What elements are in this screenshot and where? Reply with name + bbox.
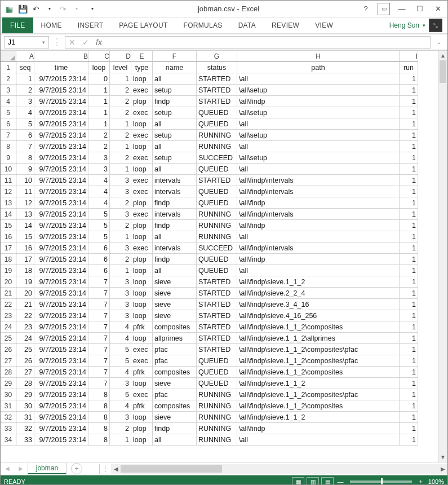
cell[interactable]: intervals	[153, 242, 197, 254]
sheet-nav-next-icon[interactable]: ►	[14, 465, 28, 473]
fx-icon[interactable]: fx	[92, 38, 105, 47]
cell[interactable]: 1	[400, 107, 418, 118]
cell[interactable]: 1	[400, 310, 418, 321]
cell[interactable]: QUEUED	[197, 254, 237, 265]
cell[interactable]: 5	[88, 209, 110, 220]
cell[interactable]: 1	[16, 73, 34, 85]
cell[interactable]: 22	[16, 310, 34, 321]
cell[interactable]: RUNNING	[197, 220, 237, 231]
name-box-dropdown-icon[interactable]: ▾	[42, 39, 45, 45]
cell[interactable]: 7	[16, 141, 34, 152]
cell[interactable]: 9	[16, 164, 34, 175]
cell[interactable]: 1	[400, 389, 418, 400]
cell[interactable]: STARTED	[197, 73, 237, 85]
cell[interactable]: 1	[400, 152, 418, 164]
cell[interactable]: 1	[110, 231, 131, 242]
cell[interactable]: \all	[237, 434, 400, 446]
cell[interactable]: 1	[400, 344, 418, 355]
ribbon-display-icon[interactable]: ▭	[378, 3, 390, 15]
cell[interactable]: 5	[16, 118, 34, 130]
cell[interactable]: 9/7/2015 23:14	[34, 400, 88, 412]
cell[interactable]: 1	[400, 242, 418, 254]
cell[interactable]: 2	[110, 197, 131, 209]
cell[interactable]: sieve	[153, 378, 197, 389]
cell[interactable]: QUEUED	[197, 355, 237, 367]
help-icon[interactable]: ?	[360, 3, 372, 15]
cell[interactable]: \all\findp\intervals	[237, 175, 400, 186]
row-header[interactable]: 8	[1, 141, 16, 152]
cell[interactable]: 33	[16, 434, 34, 446]
cell[interactable]: 9/7/2015 23:14	[34, 197, 88, 209]
vertical-scrollbar[interactable]: ▲ ▼	[438, 51, 447, 462]
cell[interactable]: time	[34, 62, 88, 73]
cell[interactable]: 19	[16, 276, 34, 288]
cell[interactable]: all	[153, 164, 197, 175]
cell[interactable]: QUEUED	[197, 164, 237, 175]
formula-bar[interactable]: ✕ ✓ fx	[65, 36, 431, 48]
cell[interactable]: 6	[88, 254, 110, 265]
cell[interactable]: RUNNING	[197, 434, 237, 446]
cell[interactable]: SUCCEED	[197, 242, 237, 254]
cell[interactable]: plop	[131, 220, 153, 231]
cell[interactable]: loop	[88, 62, 110, 73]
cell[interactable]: 7	[88, 321, 110, 333]
cell[interactable]: findp	[153, 254, 197, 265]
cell[interactable]: plop	[131, 254, 153, 265]
cell[interactable]: 5	[88, 231, 110, 242]
cell[interactable]: 9/7/2015 23:14	[34, 299, 88, 310]
cell[interactable]: \all\findp	[237, 96, 400, 107]
cell[interactable]: 1	[110, 265, 131, 276]
cell[interactable]: STARTED	[197, 333, 237, 344]
cell[interactable]: 1	[400, 254, 418, 265]
row-header[interactable]: 10	[1, 164, 16, 175]
cell[interactable]: 2	[110, 423, 131, 434]
cell[interactable]: 27	[16, 367, 34, 378]
cell[interactable]: STARTED	[197, 299, 237, 310]
qat-customize-icon[interactable]: ▾	[87, 4, 97, 14]
column-header[interactable]: F	[153, 51, 197, 62]
cell[interactable]: loop	[131, 310, 153, 321]
maximize-icon[interactable]: ☐	[414, 3, 426, 15]
cell[interactable]: 9/7/2015 23:14	[34, 423, 88, 434]
cell[interactable]: 26	[16, 355, 34, 367]
ribbon-tab-data[interactable]: DATA	[230, 17, 264, 33]
hscroll-thumb[interactable]	[121, 465, 222, 473]
cell[interactable]: exec	[131, 130, 153, 141]
column-header[interactable]: A	[16, 51, 34, 62]
horizontal-scrollbar[interactable]: ⋮ ◀ ▶	[99, 464, 447, 474]
column-header[interactable]: C	[88, 51, 110, 62]
cell[interactable]: 9/7/2015 23:14	[34, 220, 88, 231]
cell[interactable]: 12	[16, 197, 34, 209]
cell[interactable]: all	[153, 73, 197, 85]
cell[interactable]: RUNNING	[197, 130, 237, 141]
cell[interactable]: 9/7/2015 23:14	[34, 288, 88, 299]
cell[interactable]: pfac	[153, 344, 197, 355]
row-header[interactable]: 22	[1, 299, 16, 310]
cell[interactable]: setup	[153, 152, 197, 164]
cell[interactable]: \all	[237, 141, 400, 152]
cell[interactable]: \all\findp\intervals	[237, 209, 400, 220]
row-header[interactable]: 2	[1, 73, 16, 85]
cell[interactable]: 9/7/2015 23:14	[34, 85, 88, 96]
cell[interactable]: plop	[131, 96, 153, 107]
cell[interactable]: sieve	[153, 310, 197, 321]
ribbon-tab-home[interactable]: HOME	[33, 17, 70, 33]
cell[interactable]: 1	[400, 400, 418, 412]
cell[interactable]: exec	[131, 85, 153, 96]
enter-icon[interactable]: ✓	[79, 38, 92, 47]
row-header[interactable]: 19	[1, 265, 16, 276]
row-header[interactable]: 24	[1, 321, 16, 333]
cell[interactable]: RUNNING	[197, 141, 237, 152]
cell[interactable]: \all\setup	[237, 85, 400, 96]
cell[interactable]: sieve	[153, 276, 197, 288]
cell[interactable]: 4	[110, 400, 131, 412]
row-header[interactable]: 33	[1, 423, 16, 434]
cell[interactable]: 1	[400, 96, 418, 107]
cell[interactable]: 1	[110, 118, 131, 130]
cell[interactable]: RUNNING	[197, 389, 237, 400]
cell[interactable]: 1	[88, 96, 110, 107]
select-all-triangle[interactable]	[1, 51, 16, 62]
scroll-up-icon[interactable]: ▲	[438, 51, 447, 60]
cell[interactable]: 1	[400, 321, 418, 333]
cell[interactable]: QUEUED	[197, 367, 237, 378]
